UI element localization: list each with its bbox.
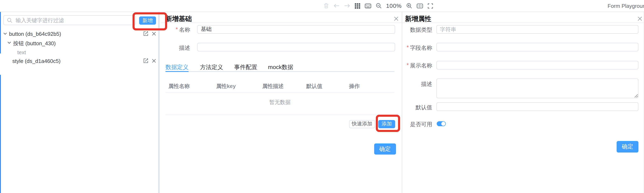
- attr-confirm-button[interactable]: 确定: [617, 141, 638, 152]
- field-name-input[interactable]: [436, 43, 638, 51]
- field-label-text: 名称: [179, 26, 190, 34]
- base-dialog-title: 新增基础: [166, 15, 192, 23]
- attr-desc-textarea[interactable]: [436, 78, 638, 98]
- active-tab-indicator: [166, 71, 188, 72]
- attr-dialog-title: 新增属性: [405, 15, 432, 23]
- dialog-divider: [402, 12, 402, 193]
- name-input[interactable]: [197, 25, 395, 33]
- add-new-button[interactable]: 新增: [139, 16, 156, 25]
- data-type-input[interactable]: [436, 25, 638, 33]
- tab-method-definition[interactable]: 方法定义: [200, 64, 223, 71]
- edit-icon[interactable]: [143, 58, 148, 63]
- field-label-text: 描述: [179, 44, 190, 52]
- keyboard-icon[interactable]: [365, 3, 371, 8]
- field-label-text: 展示名称: [410, 62, 432, 69]
- close-icon[interactable]: [637, 16, 642, 21]
- search-icon: [7, 17, 12, 23]
- canvas-toolbar: 100%: [324, 0, 433, 11]
- close-icon[interactable]: [152, 58, 156, 63]
- attr-desc-label: 描述: [402, 81, 432, 88]
- enabled-toggle[interactable]: [437, 121, 446, 126]
- close-icon[interactable]: [152, 31, 156, 36]
- field-name-label: * 字段名称: [402, 44, 432, 52]
- zoom-in-icon[interactable]: [406, 3, 412, 9]
- tree-row-anniu[interactable]: 按钮 (button_430): [0, 39, 158, 47]
- tab-mock-data[interactable]: mock数据: [268, 64, 293, 71]
- required-marker: *: [176, 26, 178, 34]
- required-marker: *: [406, 62, 409, 69]
- add-button[interactable]: 添加: [378, 120, 395, 128]
- undo-arrow-icon[interactable]: [334, 3, 340, 8]
- enabled-label: 是否可用: [402, 121, 432, 128]
- tree-item-label[interactable]: text: [17, 49, 26, 55]
- column-header: 属性key: [216, 83, 236, 90]
- zoom-out-icon[interactable]: [376, 3, 382, 9]
- fullscreen-icon[interactable]: [428, 3, 433, 8]
- tree-row-text[interactable]: text: [0, 48, 158, 56]
- close-icon[interactable]: [394, 16, 398, 21]
- top-toolbar: 100% Form Playground F: [0, 0, 644, 12]
- field-label-text: 字段名称: [410, 44, 432, 52]
- zoom-level: 100%: [386, 2, 402, 9]
- tab-data-definition[interactable]: 数据定义: [166, 64, 188, 71]
- chevron-down-icon[interactable]: [3, 32, 7, 35]
- table-footer-divider: [166, 115, 394, 115]
- data-type-label: 数据类型: [402, 26, 432, 34]
- search-input[interactable]: [15, 17, 132, 24]
- app-title: Form Playground F: [608, 3, 644, 9]
- display-name-input[interactable]: [436, 61, 638, 69]
- field-label-text: 描述: [421, 81, 432, 88]
- dialog-header-divider: [161, 22, 401, 23]
- tree-item-label[interactable]: button (ds_b64c92b5): [9, 31, 61, 37]
- form-playground-app: 100% Form Playground F 新增 button (ds_b64…: [0, 0, 644, 193]
- field-label-text: 数据类型: [410, 26, 432, 34]
- quick-add-button[interactable]: 快速添加: [349, 120, 375, 128]
- name-field-label: * 名称: [166, 26, 190, 34]
- display-name-label: * 展示名称: [402, 62, 432, 69]
- field-label-text: 是否可用: [410, 121, 432, 128]
- column-header: 默认值: [306, 83, 322, 90]
- column-header: 操作: [349, 83, 360, 90]
- column-header: 属性描述: [262, 83, 284, 90]
- table-header-divider: [166, 92, 394, 92]
- column-header: 属性名称: [168, 83, 190, 90]
- panel-splitter[interactable]: [158, 12, 160, 193]
- default-value-label: 默认值: [402, 104, 432, 111]
- sidebar-accent-bottom: [0, 75, 1, 193]
- split-view-icon[interactable]: [416, 3, 423, 8]
- tree-item-label[interactable]: style (ds_d1a460c5): [12, 58, 60, 64]
- trash-icon[interactable]: [324, 3, 329, 9]
- right-edge-track: [643, 12, 644, 193]
- field-label-text: 默认值: [416, 104, 432, 111]
- desc-field-label: 描述: [166, 44, 190, 52]
- dialog-header-divider: [402, 22, 644, 23]
- tree-row-button[interactable]: button (ds_b64c92b5): [0, 30, 158, 38]
- default-value-input[interactable]: [436, 102, 638, 111]
- grid-icon[interactable]: [355, 3, 360, 8]
- tab-event-config[interactable]: 事件配置: [234, 64, 257, 71]
- tree-item-label[interactable]: 按钮 (button_430): [13, 40, 56, 47]
- base-confirm-button[interactable]: 确定: [374, 144, 396, 155]
- tree-row-style[interactable]: style (ds_d1a460c5): [0, 57, 158, 65]
- required-marker: *: [406, 44, 409, 52]
- edit-icon[interactable]: [143, 31, 148, 36]
- tree-search-box: [3, 15, 136, 25]
- tabs-track: [166, 71, 394, 72]
- empty-data-text: 暂无数据: [166, 99, 394, 106]
- desc-input[interactable]: [197, 43, 395, 51]
- redo-arrow-icon[interactable]: [344, 3, 350, 8]
- chevron-down-icon[interactable]: [8, 41, 11, 44]
